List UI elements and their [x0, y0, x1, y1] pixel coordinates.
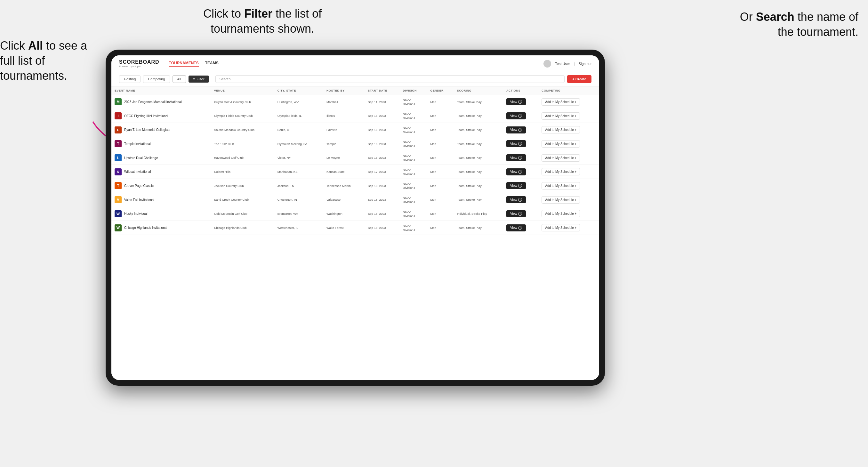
event-name-text: Ryan T. Lee Memorial Collegiate — [124, 128, 170, 132]
actions-cell: View i — [503, 123, 538, 137]
add-label: Add to My Schedule + — [545, 156, 577, 160]
add-label: Add to My Schedule + — [545, 170, 577, 174]
view-button[interactable]: View i — [506, 210, 526, 217]
annotation-top-left: Click All to see a full list of tourname… — [0, 38, 90, 83]
view-label: View — [510, 170, 517, 174]
venue-cell: Guyan Golf & Country Club — [211, 95, 274, 109]
event-name-text: Grover Page Classic — [124, 184, 154, 188]
view-button[interactable]: View i — [506, 140, 526, 147]
event-name-cell: T Temple Invitational — [112, 137, 211, 151]
info-icon: i — [518, 156, 522, 160]
table-row: T Temple Invitational The 1912 Club Plym… — [112, 137, 599, 151]
col-venue: VENUE — [211, 86, 274, 95]
division-cell: NCAADivision I — [399, 151, 427, 165]
tab-hosting[interactable]: Hosting — [119, 75, 141, 83]
sign-out-link[interactable]: Sign out — [579, 62, 591, 66]
add-to-schedule-button[interactable]: Add to My Schedule + — [541, 154, 580, 162]
competing-cell: Add to My Schedule + — [538, 137, 599, 151]
event-name-cell: M 2023 Joe Feaganes Marshall Invitationa… — [112, 95, 211, 109]
info-icon: i — [518, 226, 522, 230]
competing-cell: Add to My Schedule + — [538, 179, 599, 193]
top-nav: SCOREBOARD Powered by clipp'd TOURNAMENT… — [112, 55, 599, 72]
team-logo: T — [115, 182, 122, 189]
actions-cell: View i — [503, 179, 538, 193]
venue-cell: Gold Mountain Golf Club — [211, 207, 274, 221]
view-button[interactable]: View i — [506, 154, 526, 161]
add-to-schedule-button[interactable]: Add to My Schedule + — [541, 168, 580, 176]
division-cell: NCAADivision I — [399, 221, 427, 235]
team-logo: I — [115, 112, 122, 119]
competing-cell: Add to My Schedule + — [538, 123, 599, 137]
search-input[interactable] — [215, 75, 565, 83]
view-button[interactable]: View i — [506, 168, 526, 176]
city-state-cell: Victor, NY — [274, 151, 323, 165]
hosted-by-cell: Tennessee-Martin — [323, 179, 365, 193]
add-to-schedule-button[interactable]: Add to My Schedule + — [541, 224, 580, 231]
info-icon: i — [518, 128, 522, 132]
team-logo: V — [115, 196, 122, 203]
venue-cell: Chicago Highlands Club — [211, 221, 274, 235]
scoring-cell: Team, Stroke Play — [454, 109, 503, 123]
gender-cell: Men — [427, 95, 454, 109]
hosted-by-cell: Le Moyne — [323, 151, 365, 165]
view-button[interactable]: View i — [506, 98, 526, 105]
view-button[interactable]: View i — [506, 196, 526, 203]
table-container: EVENT NAME VENUE CITY, STATE HOSTED BY S… — [112, 86, 599, 380]
team-logo: K — [115, 168, 122, 176]
add-to-schedule-button[interactable]: Add to My Schedule + — [541, 196, 580, 204]
user-avatar — [544, 60, 551, 67]
filter-label: Filter — [196, 77, 204, 81]
add-to-schedule-button[interactable]: Add to My Schedule + — [541, 140, 580, 148]
view-button[interactable]: View i — [506, 126, 526, 133]
nav-teams[interactable]: TEAMS — [205, 61, 219, 67]
venue-cell: Colbert Hills — [211, 165, 274, 179]
filter-button[interactable]: ≡ Filter — [188, 75, 209, 83]
scoring-cell: Team, Stroke Play — [454, 193, 503, 207]
create-button[interactable]: + Create — [567, 75, 591, 83]
col-gender: GENDER — [427, 86, 454, 95]
tournaments-table: EVENT NAME VENUE CITY, STATE HOSTED BY S… — [112, 86, 599, 235]
add-label: Add to My Schedule + — [545, 184, 577, 188]
scoring-cell: Team, Stroke Play — [454, 165, 503, 179]
add-to-schedule-button[interactable]: Add to My Schedule + — [541, 98, 580, 105]
view-button[interactable]: View i — [506, 224, 526, 231]
view-button[interactable]: View i — [506, 112, 526, 119]
add-label: Add to My Schedule + — [545, 198, 577, 201]
scoring-cell: Team, Stroke Play — [454, 151, 503, 165]
view-button[interactable]: View i — [506, 182, 526, 189]
event-name-cell: I OFCC Fighting Illini Invitational — [112, 109, 211, 123]
venue-cell: Ravenwood Golf Club — [211, 151, 274, 165]
start-date-cell: Sep 15, 2023 — [365, 109, 399, 123]
add-label: Add to My Schedule + — [545, 212, 577, 215]
info-icon: i — [518, 142, 522, 146]
nav-tournaments[interactable]: TOURNAMENTS — [169, 61, 199, 67]
info-icon: i — [518, 212, 522, 216]
col-division: DIVISION — [399, 86, 427, 95]
add-to-schedule-button[interactable]: Add to My Schedule + — [541, 112, 580, 120]
start-date-cell: Sep 17, 2023 — [365, 165, 399, 179]
add-to-schedule-button[interactable]: Add to My Schedule + — [541, 126, 580, 133]
tab-all[interactable]: All — [173, 75, 186, 83]
add-to-schedule-button[interactable]: Add to My Schedule + — [541, 210, 580, 217]
event-name-text: Wildcat Invitational — [124, 169, 151, 174]
user-text: Test User — [555, 62, 570, 66]
division-cell: NCAADivision I — [399, 207, 427, 221]
info-icon: i — [518, 114, 522, 118]
actions-cell: View i — [503, 193, 538, 207]
tab-competing[interactable]: Competing — [143, 75, 169, 83]
add-label: Add to My Schedule + — [545, 128, 577, 131]
city-state-cell: Jackson, TN — [274, 179, 323, 193]
start-date-cell: Sep 16, 2023 — [365, 137, 399, 151]
start-date-cell: Sep 18, 2023 — [365, 207, 399, 221]
col-actions: ACTIONS — [503, 86, 538, 95]
event-name-text: Upstate Dual Challenge — [124, 156, 158, 160]
col-event-name: EVENT NAME — [112, 86, 211, 95]
event-name-cell: T Grover Page Classic — [112, 179, 211, 193]
team-logo: W — [115, 224, 122, 231]
gender-cell: Men — [427, 123, 454, 137]
add-to-schedule-button[interactable]: Add to My Schedule + — [541, 182, 580, 189]
scoring-cell: Team, Stroke Play — [454, 123, 503, 137]
start-date-cell: Sep 11, 2023 — [365, 95, 399, 109]
logo-sub: Powered by clipp'd — [119, 65, 159, 68]
table-row: I OFCC Fighting Illini Invitational Olym… — [112, 109, 599, 123]
